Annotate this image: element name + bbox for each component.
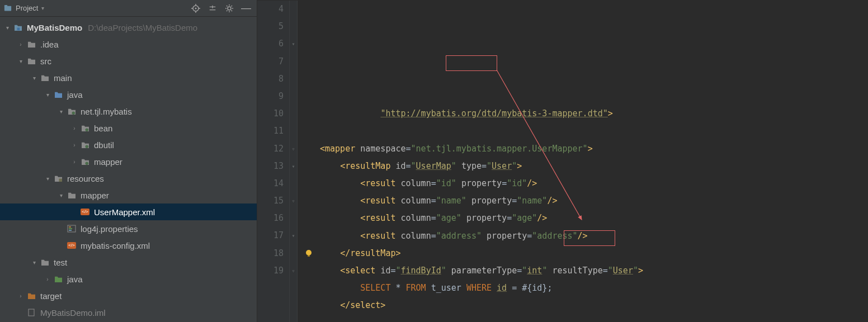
tree-item[interactable]: ▾resources (0, 170, 257, 187)
chevron-down-icon[interactable]: ▾ (44, 91, 51, 98)
gutter-slot (298, 1, 320, 18)
chevron-right-icon[interactable]: › (44, 275, 51, 283)
dropdown-icon[interactable]: ▾ (41, 5, 44, 11)
project-panel-title[interactable]: Project (15, 4, 38, 12)
svg-rect-21 (69, 230, 72, 231)
tree-item[interactable]: ▾net.tjl.mybatis (0, 103, 257, 120)
fold-marker (290, 175, 297, 192)
chevron-down-icon[interactable]: ▾ (30, 258, 38, 266)
tree-item[interactable]: </>UserMapper.xml (0, 203, 257, 220)
line-number: 5 (257, 18, 284, 35)
code-editor[interactable]: 45678910111213141516171819 ▾▿▾▿▾▿ "http:… (257, 1, 868, 322)
tree-item[interactable]: ›java (0, 271, 257, 287)
line-number: 9 (257, 88, 284, 105)
file-icon (27, 308, 36, 317)
file-prop-icon (67, 224, 76, 233)
tree-item-label: .idea (40, 40, 59, 49)
intention-bulb-icon[interactable] (298, 245, 320, 262)
line-number-gutter: 45678910111213141516171819 (257, 1, 290, 322)
line-number: 16 (257, 210, 284, 227)
code-line[interactable]: </select> (320, 297, 868, 314)
code-line[interactable]: "http://mybatis.org/dtd/mybatis-3-mapper… (320, 105, 868, 122)
code-line[interactable]: SELECT * FROM t_user WHERE id = #{id}; (320, 280, 868, 297)
settings-gear-icon[interactable] (222, 2, 237, 15)
fold-marker[interactable]: ▿ (290, 262, 297, 280)
code-line[interactable]: <result column="id" property="id"/> (320, 175, 868, 192)
chevron-down-icon[interactable]: ▾ (17, 57, 25, 65)
tree-item-label: mybatis-config.xml (81, 241, 150, 250)
chevron-right-icon[interactable]: › (70, 158, 78, 165)
tree-item[interactable]: ▾src (0, 53, 257, 69)
pkg-icon (81, 157, 89, 166)
line-number: 14 (257, 175, 284, 192)
line-number: 4 (257, 1, 284, 18)
tree-item[interactable]: ›mapper (0, 153, 257, 170)
tree-item[interactable]: ›target (0, 287, 257, 304)
tree-item[interactable]: </>mybatis-config.xml (0, 237, 257, 254)
gutter-slot (298, 140, 320, 158)
chevron-down-icon[interactable]: ▾ (57, 191, 65, 199)
chevron-right-icon[interactable]: › (70, 141, 78, 149)
caret-spacer (70, 208, 78, 216)
fold-marker[interactable]: ▾ (290, 227, 297, 244)
chevron-down-icon[interactable]: ▾ (57, 107, 65, 115)
tree-item-label: main (54, 73, 72, 83)
fold-marker[interactable]: ▾ (290, 158, 297, 175)
tree-item[interactable]: ▾mapper (0, 187, 257, 203)
tree-item-label: mapper (81, 191, 109, 200)
code-line[interactable] (320, 314, 868, 322)
hide-panel-icon[interactable]: — (239, 2, 253, 15)
fold-marker (290, 105, 297, 122)
fold-column[interactable]: ▾▿▾▿▾▿ (290, 1, 298, 322)
gutter-slot (298, 35, 320, 53)
chevron-down-icon[interactable]: ▾ (44, 174, 51, 182)
chevron-right-icon[interactable]: › (17, 292, 25, 300)
project-root[interactable]: ▾MyBatisDemoD:\deaProjects\MyBatisDemo (0, 19, 257, 36)
caret-spacer (57, 242, 65, 249)
code-line[interactable]: <result column="age" property="age"/> (320, 210, 868, 227)
fold-marker[interactable]: ▿ (290, 140, 297, 158)
fold-marker[interactable]: ▿ (290, 192, 297, 210)
code-line[interactable]: <mapper namespace="net.tjl.mybatis.mappe… (320, 140, 868, 158)
gutter-slot (298, 88, 320, 105)
module-icon (13, 23, 22, 32)
locate-icon[interactable] (188, 2, 203, 15)
code-content[interactable]: "http://mybatis.org/dtd/mybatis-3-mapper… (320, 1, 868, 322)
line-number: 13 (257, 158, 284, 175)
tree-item[interactable]: ▾test (0, 254, 257, 271)
tree-item-label: target (40, 291, 62, 301)
fold-marker (290, 70, 297, 88)
code-line[interactable]: </resultMap> (320, 245, 868, 262)
code-line[interactable]: <result column="name" property="name"/> (320, 192, 868, 210)
svg-point-23 (306, 250, 312, 255)
tree-item[interactable]: ▾main (0, 69, 257, 86)
caret-icon[interactable]: ▾ (3, 23, 11, 31)
tree-item-label: java (67, 90, 83, 100)
tree-item[interactable]: MyBatisDemo.iml (0, 304, 257, 321)
code-line[interactable]: <select id="findById" parameterType="int… (320, 262, 868, 280)
fold-marker (290, 1, 297, 18)
tree-item-label: resources (67, 174, 104, 183)
project-tree[interactable]: ▾MyBatisDemoD:\deaProjects\MyBatisDemo›.… (0, 17, 257, 322)
code-line[interactable] (320, 122, 868, 140)
chevron-right-icon[interactable]: › (17, 40, 25, 48)
expand-all-icon[interactable] (205, 2, 220, 15)
code-line[interactable]: <result column="address" property="addre… (320, 228, 868, 245)
line-number: 19 (257, 262, 284, 280)
tree-item-label: src (40, 56, 51, 66)
tree-item[interactable]: ›dbutil (0, 136, 257, 153)
tree-item[interactable]: log4j.properties (0, 220, 257, 237)
tree-item[interactable]: ›.idea (0, 36, 257, 53)
svg-rect-19 (69, 226, 71, 228)
gutter-slot (298, 70, 320, 88)
tree-item[interactable]: ▾java (0, 86, 257, 103)
code-line[interactable]: <resultMap id="UserMap" type="User"> (320, 158, 868, 175)
svg-rect-12 (17, 27, 20, 30)
fold-marker (290, 88, 297, 105)
chevron-down-icon[interactable]: ▾ (30, 74, 38, 82)
tree-item-label: bean (94, 124, 112, 133)
tree-item[interactable]: ›bean (0, 120, 257, 136)
fold-marker[interactable]: ▾ (290, 35, 297, 53)
svg-point-14 (85, 128, 88, 131)
chevron-right-icon[interactable]: › (70, 124, 78, 132)
